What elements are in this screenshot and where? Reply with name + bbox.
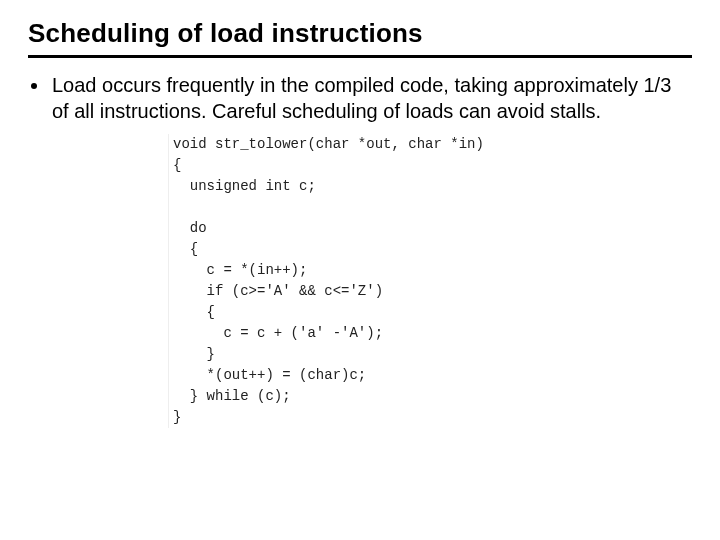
slide-title: Scheduling of load instructions [28,18,692,49]
bullet-list: Load occurs frequently in the compiled c… [50,72,692,124]
code-block: void str_tolower(char *out, char *in) { … [168,134,692,428]
bullet-item: Load occurs frequently in the compiled c… [50,72,692,124]
code-text: void str_tolower(char *out, char *in) { … [173,134,692,428]
slide: Scheduling of load instructions Load occ… [0,0,720,540]
title-underline [28,55,692,58]
